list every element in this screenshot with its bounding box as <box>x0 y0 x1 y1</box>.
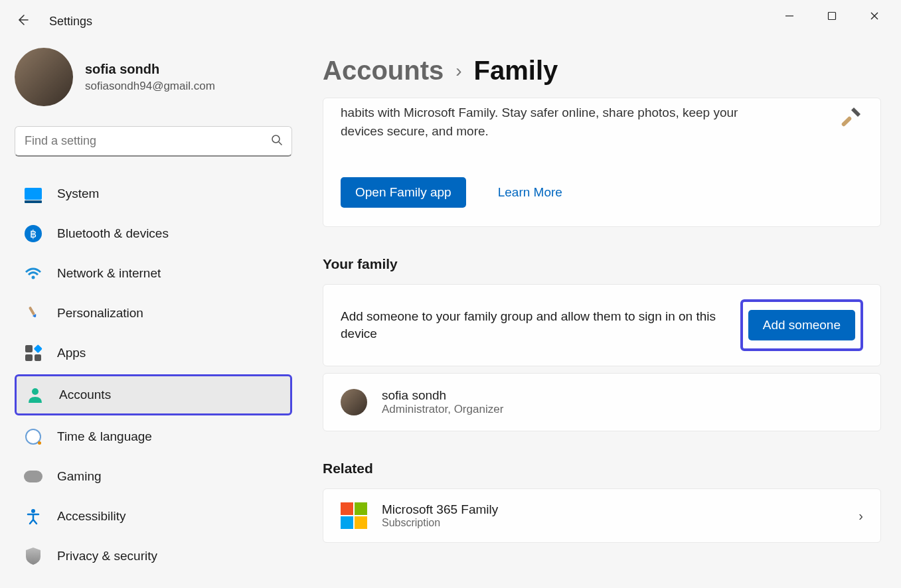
sidebar-item-label: Network & internet <box>57 266 161 281</box>
sidebar-item-label: System <box>57 186 99 201</box>
sidebar-item-label: Apps <box>57 346 86 360</box>
main-content: Accounts › Family habits with Microsoft … <box>307 32 901 588</box>
sidebar-item-label: Gaming <box>57 469 102 484</box>
svg-point-2 <box>272 135 280 143</box>
sidebar-item-network[interactable]: Network & internet <box>15 255 292 292</box>
related-title: Microsoft 365 Family <box>382 502 498 517</box>
user-name: sofia sondh <box>85 62 215 77</box>
accessibility-icon <box>24 507 42 526</box>
related-heading: Related <box>323 461 881 477</box>
sidebar-item-privacy[interactable]: Privacy & security <box>15 538 292 575</box>
sidebar-item-label: Accounts <box>59 388 111 402</box>
clock-icon <box>24 427 42 446</box>
arrow-left-icon <box>16 13 29 27</box>
family-description: habits with Microsoft Family. Stay safer… <box>341 104 766 140</box>
related-subtitle: Subscription <box>382 517 498 529</box>
wifi-icon <box>24 264 42 283</box>
close-button[interactable] <box>866 8 882 24</box>
back-button[interactable] <box>16 13 29 30</box>
hammer-icon <box>835 104 866 134</box>
add-someone-text: Add someone to your family group and all… <box>341 308 728 343</box>
system-icon <box>24 184 42 203</box>
add-someone-highlight: Add someone <box>740 299 863 351</box>
svg-point-6 <box>32 388 39 395</box>
sidebar-item-apps[interactable]: Apps <box>15 334 292 372</box>
minimize-button[interactable] <box>781 8 797 24</box>
chevron-right-icon: › <box>455 60 461 82</box>
svg-line-3 <box>279 142 282 145</box>
svg-point-7 <box>31 509 35 513</box>
brush-icon <box>21 301 46 326</box>
svg-rect-8 <box>841 116 853 127</box>
sidebar-item-label: Personalization <box>57 306 143 321</box>
your-family-heading: Your family <box>323 256 881 272</box>
member-role: Administrator, Organizer <box>382 403 503 416</box>
sidebar-item-gaming[interactable]: Gaming <box>15 458 292 495</box>
sidebar: sofia sondh sofiasondh94@gmail.com Syste… <box>0 32 307 588</box>
shield-icon <box>24 547 42 565</box>
microsoft-logo-icon <box>341 502 367 529</box>
sidebar-item-label: Bluetooth & devices <box>57 226 169 241</box>
family-member-card[interactable]: sofia sondh Administrator, Organizer <box>323 373 881 431</box>
open-family-app-button[interactable]: Open Family app <box>341 177 466 208</box>
breadcrumb-current: Family <box>474 56 558 86</box>
app-title: Settings <box>49 15 92 29</box>
learn-more-link[interactable]: Learn More <box>498 185 562 200</box>
family-info-card: habits with Microsoft Family. Stay safer… <box>323 98 881 227</box>
maximize-button[interactable] <box>824 8 840 24</box>
gaming-icon <box>24 467 42 486</box>
nav-list: System ฿ Bluetooth & devices Network & i… <box>15 175 292 575</box>
chevron-right-icon: › <box>859 508 863 524</box>
search-input[interactable] <box>15 126 292 157</box>
svg-rect-5 <box>29 306 35 315</box>
accounts-icon <box>26 386 44 404</box>
apps-icon <box>24 344 42 362</box>
sidebar-item-system[interactable]: System <box>15 175 292 212</box>
svg-point-4 <box>32 276 35 279</box>
svg-rect-1 <box>829 13 836 20</box>
sidebar-item-label: Privacy & security <box>57 549 157 563</box>
related-item[interactable]: Microsoft 365 Family Subscription › <box>323 488 881 543</box>
sidebar-item-bluetooth[interactable]: ฿ Bluetooth & devices <box>15 215 292 252</box>
sidebar-item-time[interactable]: Time & language <box>15 418 292 455</box>
close-icon <box>870 11 879 21</box>
search-icon <box>271 134 283 149</box>
breadcrumb: Accounts › Family <box>323 56 881 86</box>
member-avatar <box>341 389 367 415</box>
maximize-icon <box>827 11 837 21</box>
breadcrumb-parent[interactable]: Accounts <box>323 56 444 86</box>
member-name: sofia sondh <box>382 388 503 403</box>
sidebar-item-personalization[interactable]: Personalization <box>15 295 292 332</box>
sidebar-item-accounts[interactable]: Accounts <box>15 374 292 415</box>
sidebar-item-label: Time & language <box>57 429 152 444</box>
sidebar-item-accessibility[interactable]: Accessibility <box>15 498 292 535</box>
sidebar-item-label: Accessibility <box>57 509 125 524</box>
bluetooth-icon: ฿ <box>24 224 42 243</box>
user-profile[interactable]: sofia sondh sofiasondh94@gmail.com <box>15 48 292 106</box>
add-someone-button[interactable]: Add someone <box>748 310 855 340</box>
search-box <box>15 126 292 157</box>
user-email: sofiasondh94@gmail.com <box>85 80 215 93</box>
avatar <box>15 48 73 106</box>
minimize-icon <box>785 11 794 21</box>
add-someone-card: Add someone to your family group and all… <box>323 284 881 366</box>
